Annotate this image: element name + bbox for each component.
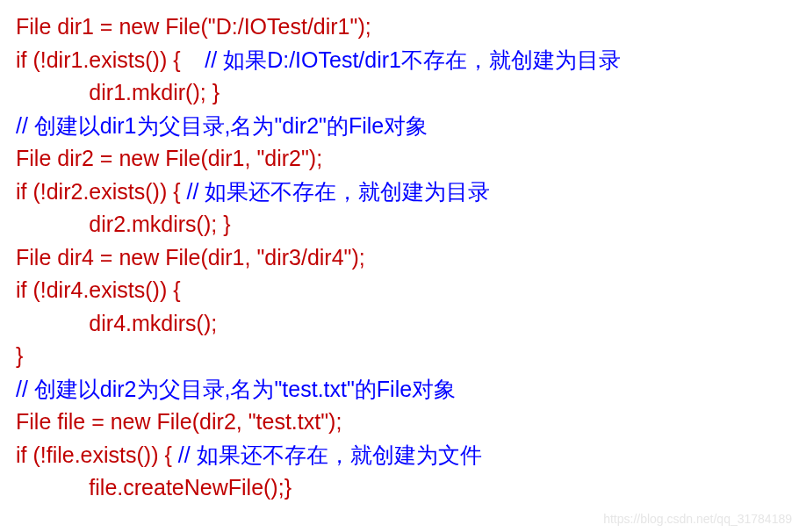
code-text: if (!dir2.exists()) {	[16, 179, 186, 204]
code-line: // 创建以dir2为父目录,名为"test.txt"的File对象	[16, 373, 783, 406]
code-line: if (!dir4.exists()) {	[16, 274, 783, 307]
code-text: }	[16, 343, 23, 368]
code-line: if (!dir1.exists()) { // 如果D:/IOTest/dir…	[16, 44, 783, 77]
code-line: dir2.mkdirs(); }	[16, 208, 783, 241]
code-text: File file = new File(dir2, "test.txt");	[16, 409, 342, 434]
code-text: if (!dir1.exists()) {	[16, 47, 205, 72]
comment-text: // 如果还不存在，就创建为目录	[186, 179, 490, 204]
comment-text: // 如果D:/IOTest/dir1不存在，就创建为目录	[205, 47, 621, 72]
code-line: file.createNewFile();}	[16, 471, 783, 505]
code-text: file.createNewFile();}	[16, 475, 292, 500]
code-line: dir4.mkdirs();	[16, 307, 783, 341]
code-text: dir4.mkdirs();	[16, 311, 217, 335]
code-line: dir1.mkdir(); }	[16, 76, 783, 110]
code-line: File dir2 = new File(dir1, "dir2");	[16, 142, 783, 176]
code-line: }	[16, 340, 783, 373]
code-line: File dir1 = new File("D:/IOTest/dir1");	[16, 11, 783, 44]
code-text: File dir1 = new File("D:/IOTest/dir1");	[16, 14, 371, 39]
code-text: dir1.mkdir(); }	[16, 80, 220, 104]
code-text: File dir4 = new File(dir1, "dir3/dir4");	[16, 245, 365, 270]
code-text: dir2.mkdirs(); }	[16, 212, 230, 236]
comment-text: // 创建以dir1为父目录,名为"dir2"的File对象	[16, 113, 428, 138]
code-block: File dir1 = new File("D:/IOTest/dir1"); …	[16, 11, 783, 505]
code-line: File file = new File(dir2, "test.txt");	[16, 406, 783, 439]
code-line: if (!dir2.exists()) { // 如果还不存在，就创建为目录	[16, 176, 783, 209]
code-line: File dir4 = new File(dir1, "dir3/dir4");	[16, 241, 783, 275]
code-line: if (!file.exists()) { // 如果还不存在，就创建为文件	[16, 439, 783, 472]
watermark: https://blog.csdn.net/qq_31784189	[603, 510, 792, 528]
code-line: // 创建以dir1为父目录,名为"dir2"的File对象	[16, 110, 783, 143]
code-text: if (!file.exists()) {	[16, 442, 178, 467]
code-text: File dir2 = new File(dir1, "dir2");	[16, 146, 322, 170]
comment-text: // 创建以dir2为父目录,名为"test.txt"的File对象	[16, 377, 456, 401]
comment-text: // 如果还不存在，就创建为文件	[178, 442, 482, 467]
code-text: if (!dir4.exists()) {	[16, 277, 181, 302]
